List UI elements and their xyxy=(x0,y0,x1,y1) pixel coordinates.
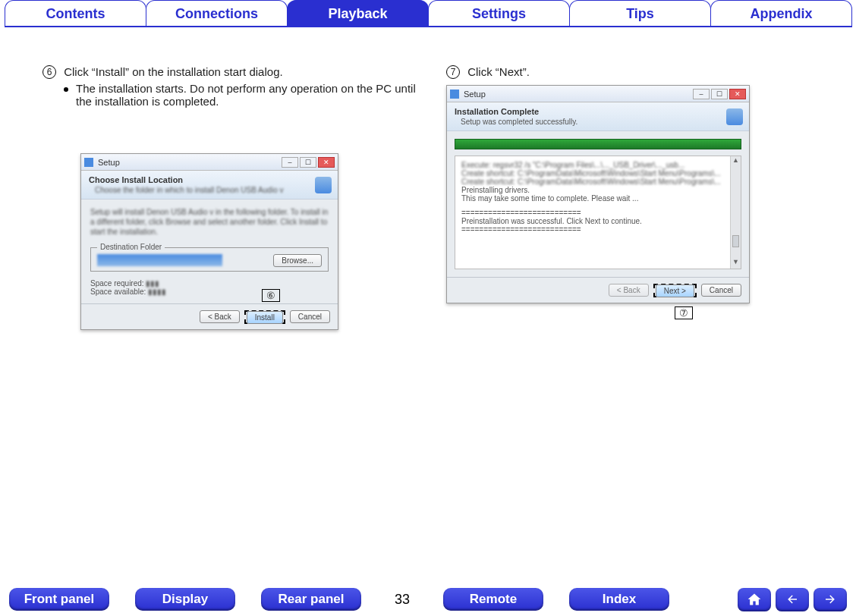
bottom-nav: Front panel Display Rear panel 33 Remote… xyxy=(0,583,856,616)
space-available-value: ▮▮▮▮ xyxy=(148,288,166,296)
home-icon xyxy=(746,592,763,607)
installer-header-sub: Choose the folder in which to install De… xyxy=(95,186,330,194)
arrow-left-icon xyxy=(784,592,801,606)
log-line-blurred: Create shortcut: C:\ProgramData\Microsof… xyxy=(461,178,735,186)
log-line: This may take some time to complete. Ple… xyxy=(461,194,735,203)
tab-connections[interactable]: Connections xyxy=(146,0,288,27)
nav-home-button[interactable] xyxy=(738,588,771,611)
space-required-value: ▮▮▮ xyxy=(146,279,159,288)
installer-brand-icon xyxy=(315,177,332,193)
nav-front-panel[interactable]: Front panel xyxy=(9,588,109,611)
step-7-text: Click “Next”. xyxy=(467,65,530,78)
cancel-button[interactable]: Cancel xyxy=(290,310,330,323)
next-button[interactable]: Next > xyxy=(656,284,694,297)
scrollbar[interactable]: ▲ ▼ xyxy=(730,156,741,269)
log-sep: =========================== xyxy=(461,225,735,234)
window-icon xyxy=(450,90,459,99)
destination-folder-label: Destination Folder xyxy=(97,243,165,251)
log-line: Preinstalling drivers. xyxy=(461,186,735,194)
bullet-dot-icon xyxy=(64,87,68,92)
window-icon xyxy=(84,158,93,167)
step-6-bullet: The installation starts. Do not perform … xyxy=(76,82,423,108)
cancel-button[interactable]: Cancel xyxy=(701,284,741,297)
step-6-text: Click “Install” on the installation star… xyxy=(64,65,282,78)
installer-header-sub: Setup was completed successfully. xyxy=(461,118,741,126)
nav-remote[interactable]: Remote xyxy=(443,588,543,611)
log-sep: =========================== xyxy=(461,209,735,217)
nav-prev-button[interactable] xyxy=(776,588,809,611)
nav-next-button[interactable] xyxy=(814,588,847,611)
installer-header-title: Choose Install Location xyxy=(89,175,330,184)
close-button[interactable]: ✕ xyxy=(729,89,746,99)
page-number: 33 xyxy=(387,592,417,608)
installer-brand-icon xyxy=(726,108,743,125)
tab-contents[interactable]: Contents xyxy=(5,0,146,27)
minimize-button[interactable]: – xyxy=(282,157,298,168)
install-button-highlight: Install xyxy=(244,310,285,324)
tab-tips[interactable]: Tips xyxy=(569,0,711,27)
next-button-highlight: Next > xyxy=(653,284,697,297)
space-required-label: Space required: xyxy=(90,279,144,288)
log-line: Preinstallation was successful. Click Ne… xyxy=(461,217,735,225)
callout-6: ⑥ xyxy=(262,289,280,302)
scroll-down-icon[interactable]: ▼ xyxy=(731,258,741,269)
nav-index[interactable]: Index xyxy=(569,588,669,611)
destination-folder-input[interactable] xyxy=(97,254,222,266)
callout-7: ⑦ xyxy=(675,306,693,319)
back-button[interactable]: < Back xyxy=(200,310,240,323)
installer-header-title: Installation Complete xyxy=(455,107,741,116)
back-button: < Back xyxy=(609,284,649,297)
log-line-blurred: Execute: regsvr32 /s "C:\Program Files\.… xyxy=(461,161,735,169)
left-column: 6 Click “Install” on the installation st… xyxy=(42,65,423,330)
progress-bar xyxy=(455,139,741,149)
scroll-thumb[interactable] xyxy=(732,235,739,247)
install-button[interactable]: Install xyxy=(247,311,283,324)
tab-appendix[interactable]: Appendix xyxy=(710,0,852,27)
right-column: 7 Click “Next”. Setup – ☐ ✕ Installation… xyxy=(446,65,827,330)
step-number-6: 6 xyxy=(42,65,56,79)
browse-button[interactable]: Browse... xyxy=(273,254,322,267)
tab-playback[interactable]: Playback xyxy=(287,0,429,27)
nav-display[interactable]: Display xyxy=(135,588,235,611)
installer-body-text: Setup will install Denon USB Audio v in … xyxy=(90,207,329,237)
maximize-button[interactable]: ☐ xyxy=(711,89,728,99)
step-number-7: 7 xyxy=(446,65,460,79)
window-title: Setup xyxy=(98,158,282,167)
window-title: Setup xyxy=(464,90,693,99)
log-line-blurred: Create shortcut: C:\ProgramData\Microsof… xyxy=(461,169,735,178)
top-tab-bar: Contents Connections Playback Settings T… xyxy=(0,0,856,27)
maximize-button[interactable]: ☐ xyxy=(300,157,316,168)
install-log: Execute: regsvr32 /s "C:\Program Files\.… xyxy=(455,156,741,269)
nav-rear-panel[interactable]: Rear panel xyxy=(261,588,361,611)
arrow-right-icon xyxy=(822,592,839,606)
installer-window-choose-location: Setup – ☐ ✕ Choose Install Location Choo… xyxy=(80,153,338,330)
space-available-label: Space available: xyxy=(90,288,146,296)
tab-settings[interactable]: Settings xyxy=(428,0,570,27)
close-button[interactable]: ✕ xyxy=(318,157,335,168)
scroll-up-icon[interactable]: ▲ xyxy=(731,156,741,167)
installer-window-complete: Setup – ☐ ✕ Installation Complete Setup … xyxy=(446,85,750,303)
minimize-button[interactable]: – xyxy=(693,89,710,99)
